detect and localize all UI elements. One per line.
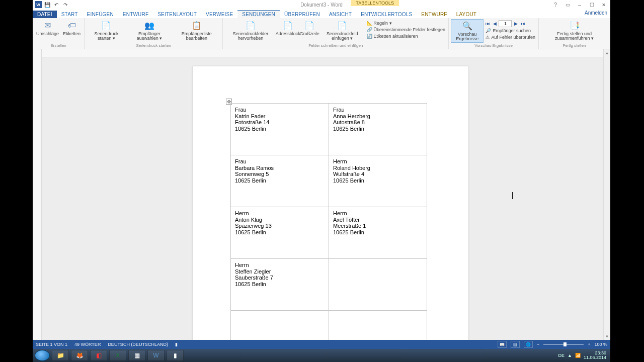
insertfield-icon: 📄 (336, 20, 349, 32)
window-title: Dokument3 - Word (300, 2, 343, 8)
rules-icon: 📐 (367, 21, 372, 26)
label-table: FrauKatrin FaderFotostraße 1410625 Berli… (230, 103, 427, 340)
label-cell[interactable] (231, 311, 329, 340)
regeln-button[interactable]: 📐Regeln ▾ (366, 20, 447, 26)
felder-festlegen-button[interactable]: 🔗Übereinstimmende Felder festlegen (366, 27, 447, 33)
label-cell[interactable]: FrauBarbara RamosSonnenweg 510625 Berlin (231, 155, 329, 207)
tray-network-icon[interactable]: 📶 (575, 353, 581, 358)
group-fertig: 📑Fertig stellen und zusammenführen ▾ Fer… (539, 18, 610, 49)
group-vorschau: 🔍Vorschau Ergebnisse ⏮ ◀ 1 ▶ ⏭ 🔎Empfänge… (449, 18, 539, 49)
adressblock-button[interactable]: 📄Adressblock (277, 19, 299, 42)
help-button[interactable]: ? (550, 1, 561, 8)
tab-ueberpruefen[interactable]: ÜBERPRÜFEN (280, 11, 325, 18)
page-indicator[interactable]: SEITE 1 VON 1 (36, 342, 67, 347)
text-cursor (512, 192, 513, 199)
tab-start[interactable]: START (57, 11, 83, 18)
zoom-slider[interactable] (543, 344, 584, 345)
app-taskbar-button[interactable]: ▦ (128, 350, 145, 361)
umschlaege-button[interactable]: ✉Umschläge (35, 19, 60, 37)
empfaenger-suchen-button[interactable]: 🔎Empfänger suchen (485, 28, 536, 34)
ribbon-toggle-button[interactable]: ▭ (562, 1, 573, 8)
scroll-up-icon[interactable]: ▲ (604, 49, 610, 56)
label-cell[interactable]: FrauKatrin FaderFotostraße 1410625 Berli… (231, 104, 329, 155)
minimize-button[interactable]: – (574, 1, 585, 8)
close-button[interactable]: ✕ (598, 1, 609, 8)
empfaengerliste-bearbeiten-button[interactable]: 📋Empfängerliste bearbeiten (173, 19, 220, 42)
tab-seitenlayout[interactable]: SEITENLAYOUT (153, 11, 201, 18)
addressblock-icon: 📄 (281, 20, 294, 32)
label-cell[interactable]: HerrnAxel TöfterMeerstraße 110625 Berlin (329, 207, 427, 259)
highlight-icon: 📄 (244, 20, 257, 32)
fertig-stellen-button[interactable]: 📑Fertig stellen und zusammenführen ▾ (541, 19, 608, 42)
vorschau-ergebnisse-button[interactable]: 🔍Vorschau Ergebnisse (451, 19, 484, 43)
grusszeile-button[interactable]: 📄Grußzeile (300, 19, 319, 42)
horizontal-ruler[interactable] (42, 49, 603, 57)
document-area: ✥ FrauKatrin FaderFotostraße 1410625 Ber… (33, 49, 610, 340)
last-record-button[interactable]: ⏭ (520, 21, 526, 27)
save-icon[interactable]: 💾 (44, 1, 51, 8)
app2-taskbar-button[interactable]: ▮ (167, 350, 184, 361)
tab-einfuegen[interactable]: EINFÜGEN (83, 11, 118, 18)
table-row: FrauBarbara RamosSonnenweg 510625 Berlin… (231, 155, 427, 207)
system-tray[interactable]: DE ▲ 📶 23:30 11.06.2014 (558, 351, 608, 360)
macro-icon[interactable]: ▮ (175, 342, 178, 347)
label-cell[interactable]: HerrnRoland HobergWulfstraße 410625 Berl… (329, 155, 427, 207)
next-record-button[interactable]: ▶ (513, 21, 519, 27)
tab-sendungen[interactable]: SENDUNGEN (237, 10, 280, 18)
tray-flag-icon[interactable]: ▲ (568, 353, 572, 358)
first-record-button[interactable]: ⏮ (485, 21, 491, 27)
vertical-ruler[interactable] (33, 49, 42, 340)
tab-ansicht[interactable]: ANSICHT (325, 11, 356, 18)
ribbon-tabs: DATEI START EINFÜGEN ENTWURF SEITENLAYOU… (33, 9, 610, 18)
label-icon: 🏷 (65, 20, 78, 32)
word-count[interactable]: 49 WÖRTER (74, 342, 101, 347)
view-print-button[interactable]: ▤ (511, 341, 520, 348)
excel-taskbar-button[interactable]: X (109, 350, 126, 361)
start-button[interactable] (35, 350, 50, 361)
tab-tabletools-entwurf[interactable]: ENTWURF (417, 11, 451, 18)
label-cell[interactable]: HerrnSteffen ZieglerSauberstraße 710625 … (231, 259, 329, 311)
zoom-out-button[interactable]: − (537, 342, 539, 347)
record-number-input[interactable]: 1 (499, 20, 512, 27)
zoom-level[interactable]: 100 % (594, 342, 607, 347)
view-read-button[interactable]: 📖 (498, 341, 507, 348)
seriendruckfeld-einfuegen-button[interactable]: 📄Seriendruckfeld einfügen ▾ (320, 19, 364, 42)
mailmerge-icon: 📄 (100, 20, 113, 32)
group-label: Seriendruck starten (87, 43, 220, 49)
firefox-taskbar-button[interactable]: 🦊 (71, 350, 88, 361)
label-cell[interactable] (329, 259, 427, 311)
etiketten-aktualisieren-button[interactable]: 🔄Etiketten aktualisieren (366, 33, 447, 39)
search-icon: 🔎 (486, 28, 491, 33)
vertical-scrollbar[interactable]: ▲ ▼ (603, 49, 610, 340)
word-taskbar-button[interactable]: W (147, 350, 165, 361)
tab-verweise[interactable]: VERWEISE (201, 11, 237, 18)
antivirus-taskbar-button[interactable]: ◧ (90, 350, 107, 361)
tab-entwurf[interactable]: ENTWURF (118, 11, 153, 18)
language-indicator[interactable]: DEUTSCH (DEUTSCHLAND) (108, 342, 168, 347)
label-cell[interactable] (329, 311, 427, 340)
view-web-button[interactable]: 🌐 (524, 341, 533, 348)
explorer-taskbar-button[interactable]: 📁 (52, 350, 69, 361)
editlist-icon: 📋 (190, 20, 203, 32)
undo-icon[interactable]: ↶ (53, 1, 60, 8)
tab-entwicklertools[interactable]: ENTWICKLERTOOLS (356, 11, 417, 18)
prev-record-button[interactable]: ◀ (492, 21, 498, 27)
document-canvas[interactable]: ✥ FrauKatrin FaderFotostraße 1410625 Ber… (42, 57, 603, 340)
maximize-button[interactable]: ☐ (586, 1, 597, 8)
table-row (231, 311, 427, 340)
scroll-down-icon[interactable]: ▼ (604, 333, 610, 340)
empfaenger-auswaehlen-button[interactable]: 👥Empfänger auswählen ▾ (127, 19, 172, 42)
fehler-pruefen-button[interactable]: ⚠Auf Fehler überprüfen (485, 34, 536, 40)
seriendruck-starten-button[interactable]: 📄Seriendruck starten ▾ (87, 19, 126, 42)
label-cell[interactable]: FrauAnna HerzbergAutostraße 810625 Berli… (329, 104, 427, 155)
tray-lang[interactable]: DE (558, 353, 565, 358)
label-cell[interactable]: HerrnAnton KlugSpazierweg 1310625 Berlin (231, 207, 329, 259)
redo-icon[interactable]: ↷ (62, 1, 69, 8)
felder-hervorheben-button[interactable]: 📄Seriendruckfelder hervorheben (225, 19, 276, 42)
etiketten-button[interactable]: 🏷Etiketten (61, 19, 82, 37)
sign-in-link[interactable]: Anmelden (585, 10, 607, 16)
tab-datei[interactable]: DATEI (33, 11, 57, 18)
zoom-in-button[interactable]: + (588, 342, 590, 347)
tab-tabletools-layout[interactable]: LAYOUT (452, 11, 481, 18)
tray-date[interactable]: 11.06.2014 (584, 355, 606, 360)
